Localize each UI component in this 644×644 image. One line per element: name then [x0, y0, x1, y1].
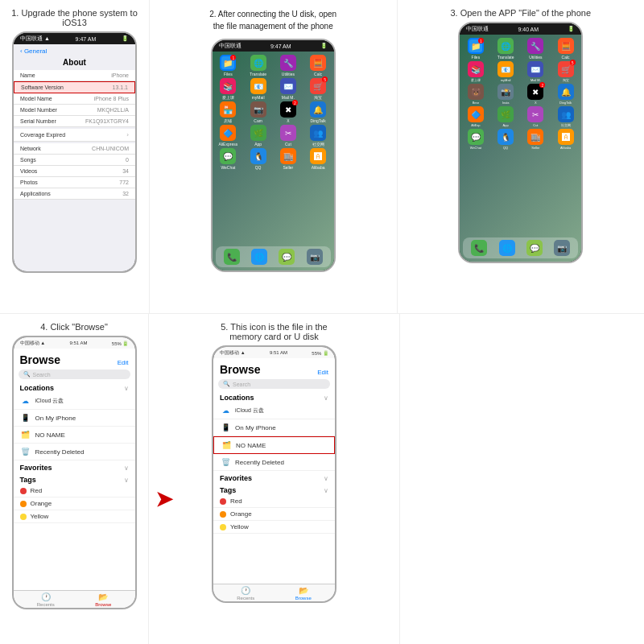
step3-status: 中国联通 9:40 AM 🔋 [460, 23, 581, 35]
step5-tags-title: Tags [220, 486, 236, 494]
step5-browse-screen: Browse Edit 🔍 Search Locations ∨ ☁ iClou… [213, 358, 335, 601]
step5-search-icon: 🔍 [223, 381, 230, 387]
step4-browse-btn[interactable]: 📂 Browse [95, 592, 111, 607]
app-social[interactable]: 👥 社交网 [304, 125, 332, 147]
app-mymail[interactable]: 📧 myMail [244, 78, 272, 100]
app-translate[interactable]: 🌐 Translate [244, 55, 272, 76]
step4-recents-btn[interactable]: 🕐 Recents [37, 592, 55, 607]
step3-dock: 📞 🌐 💬 📷 [463, 237, 578, 258]
app-taobao[interactable]: 🛒 5 淘宝 [304, 78, 332, 100]
step5-phone: 中国移动 ▲ 9:51 AM 55% 🔋 Browse Edit 🔍 Searc… [212, 345, 336, 603]
step4-deleted-item[interactable]: 🗑️ Recently Deleted [14, 444, 135, 460]
app-x[interactable]: ✖ 2 X [274, 101, 302, 123]
step1-cell: 1. Upgrade the phone system to iOS13 中国联… [0, 0, 149, 313]
step5-status: 中国移动 ▲ 9:51 AM 55% 🔋 [213, 347, 335, 358]
app-unk2[interactable]: 🌿 App [244, 125, 272, 147]
step4-search-placeholder: Search [33, 372, 51, 378]
step4-iphone-item[interactable]: 📱 On My iPhone [14, 410, 135, 427]
app-seller[interactable]: 🏬 Seller [274, 148, 302, 170]
step4-locations-title: Locations [20, 384, 55, 392]
step5-locations-header: Locations ∨ [213, 390, 335, 402]
step5-icloud-item[interactable]: ☁ iCloud 云盘 [213, 402, 335, 419]
step4-browse-title: Browse [20, 353, 61, 366]
step2-status: 中国联通 9:47 AM 🔋 [213, 40, 334, 52]
step4-icloud-item[interactable]: ☁ iCloud 云盘 [14, 393, 135, 410]
step3-app-4[interactable]: 🧮 Calc [551, 38, 580, 60]
step4-bottom-bar: 🕐 Recents 📂 Browse [14, 590, 135, 608]
step4-cell: 4. Click "Browse" 中国移动 ▲ 9:51 AM 55% 🔋 B… [0, 314, 149, 644]
step1-row-model-name: Model Name iPhone 8 Plus [14, 93, 135, 105]
app-utilities[interactable]: 🔧 Utilities [274, 55, 302, 76]
step5-tag-yellow[interactable]: Yellow [213, 521, 335, 534]
app-cam[interactable]: 📷 Cam [244, 101, 272, 123]
step4-tags-header: Tags ∨ [14, 473, 135, 485]
step3-app-3[interactable]: 🔧 Utilities [522, 38, 550, 60]
step4-tag-orange[interactable]: Orange [14, 497, 135, 510]
step1-time: 9:47 AM [76, 36, 97, 42]
step5-arrow: ➤ [155, 487, 173, 512]
step2-dock: 📞 🌐 💬 📷 [216, 246, 331, 267]
step1-row-photos: Photos 772 [14, 177, 135, 188]
step4-phone: 中国移动 ▲ 9:51 AM 55% 🔋 Browse Edit 🔍 Searc… [12, 336, 137, 609]
step1-about-title: About [14, 56, 135, 70]
step4-tag-red[interactable]: Red [14, 485, 135, 497]
step5-favorites-header: Favorites ∨ [213, 471, 335, 483]
step5-bottom-bar: 🕐 Recents 📂 Browse [213, 584, 335, 601]
step4-browse-screen: Browse Edit 🔍 Search Locations ∨ ☁ iCl [14, 349, 135, 608]
app-mailmaster[interactable]: ✉️ Mail M. [274, 78, 302, 100]
step3-phone: 中国联通 9:40 AM 🔋 📁 1 Files [458, 22, 583, 263]
step5-noname-item-highlighted[interactable]: 🗂️ NO NAME [213, 436, 335, 454]
app-love[interactable]: 📚 爱上课 [214, 78, 242, 100]
step4-favorites-header: Favorites ∨ [14, 460, 135, 473]
dock-phone[interactable]: 📞 [224, 249, 240, 265]
step5-search-bar[interactable]: 🔍 Search [218, 379, 330, 389]
step1-section1: Name iPhone Software Version 13.1.1 Mode… [14, 70, 135, 127]
step1-signal: 中国联通 ▲ [20, 35, 50, 43]
step1-settings-screen: ‹ General About Name iPhone Software Ver… [14, 44, 135, 271]
step5-search-placeholder: Search [233, 382, 250, 387]
app-alibaba[interactable]: 🅰 Alibaba [304, 148, 332, 170]
step3-cell: 3. Open the APP "File" of the phone 中国联通… [397, 0, 645, 313]
step3-app-files[interactable]: 📁 1 Files [461, 38, 489, 60]
step1-row-videos: Videos 34 [14, 166, 135, 177]
step5-label: 5. This icon is the file in thememory ca… [221, 322, 327, 341]
dock-safari[interactable]: 🌐 [251, 249, 267, 265]
step4-edit-link[interactable]: Edit [118, 359, 129, 366]
app-unk3[interactable]: ✂ Cut [274, 125, 302, 147]
app-calculator[interactable]: 🧮 Calc [304, 55, 332, 76]
app-wechat[interactable]: 💬 WeChat [214, 148, 242, 170]
step1-label: 1. Upgrade the phone system to iOS13 [5, 8, 144, 27]
dock-messages[interactable]: 💬 [279, 249, 295, 265]
step5-browse-btn[interactable]: 📂 Browse [295, 586, 312, 601]
step1-section3: Network CHN-UNICOM Songs 0 Videos 34 P [14, 143, 135, 200]
step4-tags-title: Tags [20, 476, 36, 484]
step4-status: 中国移动 ▲ 9:51 AM 55% 🔋 [14, 337, 135, 349]
step1-row-songs: Songs 0 [14, 155, 135, 166]
filler-cell [400, 314, 644, 644]
step5-tags-header: Tags ∨ [213, 483, 335, 495]
app-files[interactable]: 📁 1 Files [214, 55, 242, 76]
step2-label: 2. After connecting the U disk, openthe … [155, 8, 392, 32]
step5-cell: 5. This icon is the file in thememory ca… [149, 314, 400, 644]
step3-app-2[interactable]: 🌐 Translate [492, 38, 520, 60]
app-shop[interactable]: 🏪 店铺 [214, 101, 242, 123]
step4-tag-yellow[interactable]: Yellow [14, 510, 135, 523]
step5-locations-title: Locations [220, 394, 254, 402]
step5-tag-red[interactable]: Red [213, 495, 335, 508]
app-qq[interactable]: 🐧 QQ [244, 148, 272, 170]
step5-tag-orange[interactable]: Orange [213, 508, 335, 521]
step5-browse-title: Browse [220, 363, 261, 376]
app-ali[interactable]: 🔷 AliExpress [214, 125, 242, 147]
step5-deleted-item[interactable]: 🗑️ Recently Deleted [213, 454, 335, 471]
step1-row-model-num: Model Number MKQH2LL/A [14, 105, 135, 116]
dock-camera[interactable]: 📷 [307, 249, 323, 265]
step5-recents-btn[interactable]: 🕐 Recents [237, 586, 254, 601]
step5-edit-link[interactable]: Edit [317, 369, 328, 376]
step4-noname-item[interactable]: 🗂️ NO NAME [14, 427, 135, 444]
step4-favorites-title: Favorites [20, 464, 52, 472]
step4-browse-header: Browse Edit [14, 349, 135, 368]
step5-iphone-item[interactable]: 📱 On My iPhone [213, 419, 335, 436]
step4-label: 4. Click "Browse" [40, 322, 108, 332]
app-ding[interactable]: 🔔 DingTalk [304, 101, 332, 123]
step4-search-bar[interactable]: 🔍 Search [19, 369, 130, 379]
